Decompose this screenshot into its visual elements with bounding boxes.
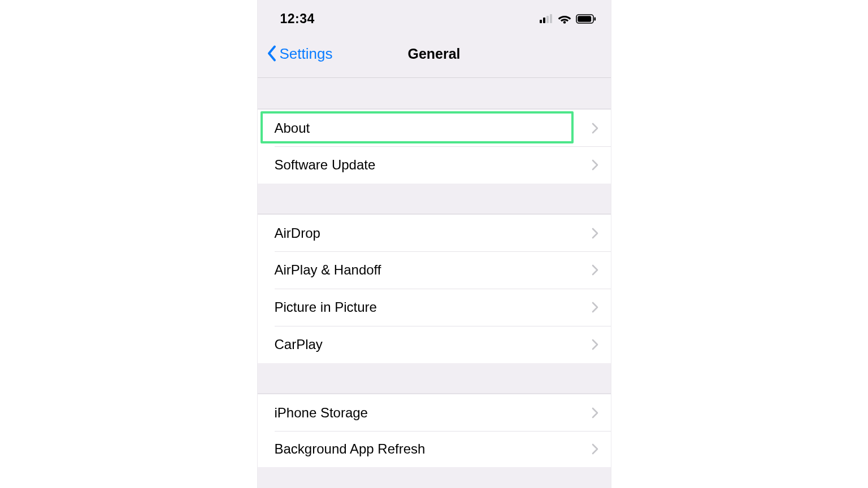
row-carplay[interactable]: CarPlay bbox=[258, 326, 611, 363]
status-indicators bbox=[540, 14, 596, 24]
battery-icon bbox=[576, 14, 596, 24]
row-label: Picture in Picture bbox=[275, 299, 592, 315]
chevron-right-icon bbox=[592, 159, 598, 171]
settings-group-3: iPhone Storage Background App Refresh bbox=[258, 394, 611, 467]
svg-rect-7 bbox=[594, 17, 596, 20]
chevron-right-icon bbox=[592, 228, 598, 239]
row-software-update[interactable]: Software Update bbox=[258, 146, 611, 184]
row-label: AirPlay & Handoff bbox=[275, 262, 592, 278]
row-picture-in-picture[interactable]: Picture in Picture bbox=[258, 289, 611, 326]
svg-point-4 bbox=[563, 21, 566, 24]
nav-bar: Settings General bbox=[258, 29, 611, 78]
section-spacer bbox=[258, 78, 611, 109]
row-iphone-storage[interactable]: iPhone Storage bbox=[258, 394, 611, 431]
chevron-right-icon bbox=[592, 339, 598, 350]
row-airplay-handoff[interactable]: AirPlay & Handoff bbox=[258, 251, 611, 289]
wifi-icon bbox=[558, 14, 571, 24]
row-airdrop[interactable]: AirDrop bbox=[258, 214, 611, 251]
chevron-right-icon bbox=[592, 264, 598, 276]
chevron-right-icon bbox=[592, 407, 598, 419]
row-label: CarPlay bbox=[275, 337, 592, 352]
chevron-left-icon bbox=[267, 45, 276, 62]
settings-group-1: About Software Update bbox=[258, 109, 611, 184]
page-title: General bbox=[407, 45, 460, 62]
status-bar: 12:34 bbox=[258, 0, 611, 29]
chevron-right-icon bbox=[592, 443, 598, 455]
svg-rect-2 bbox=[546, 16, 549, 23]
svg-rect-0 bbox=[540, 20, 542, 23]
row-label: Software Update bbox=[275, 157, 592, 173]
section-spacer bbox=[258, 363, 611, 394]
section-spacer bbox=[258, 184, 611, 214]
row-background-app-refresh[interactable]: Background App Refresh bbox=[258, 431, 611, 467]
back-button-label: Settings bbox=[280, 45, 333, 62]
row-label: Background App Refresh bbox=[275, 441, 592, 457]
settings-group-2: AirDrop AirPlay & Handoff Picture in Pic… bbox=[258, 214, 611, 363]
status-time: 12:34 bbox=[280, 11, 315, 27]
row-label: About bbox=[275, 120, 592, 136]
svg-rect-3 bbox=[550, 14, 552, 23]
chevron-right-icon bbox=[592, 302, 598, 313]
svg-rect-6 bbox=[578, 16, 591, 22]
svg-rect-1 bbox=[543, 18, 545, 23]
row-about[interactable]: About bbox=[258, 109, 611, 146]
phone-frame: 12:34 bbox=[257, 0, 611, 488]
row-label: iPhone Storage bbox=[275, 405, 592, 421]
cellular-icon bbox=[540, 14, 553, 23]
row-label: AirDrop bbox=[275, 225, 592, 241]
chevron-right-icon bbox=[592, 123, 598, 134]
back-button[interactable]: Settings bbox=[267, 45, 333, 62]
